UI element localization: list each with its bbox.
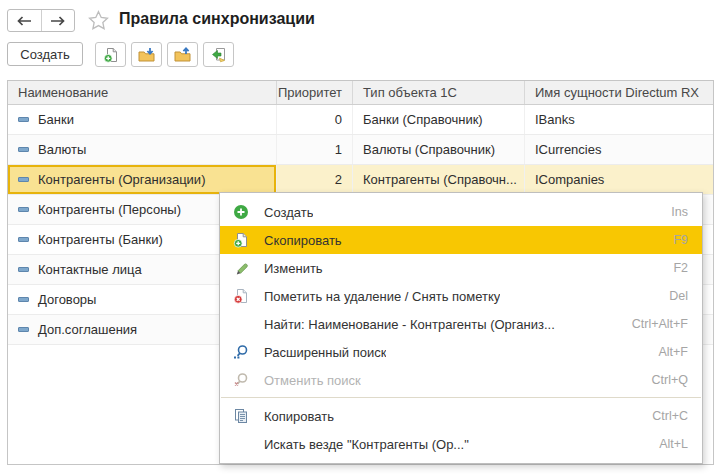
row-entity: ICompanies	[525, 165, 713, 194]
export-button[interactable]	[167, 42, 198, 67]
row-type: Контрагенты (Справочн...	[353, 165, 525, 194]
menu-item-shortcut: F2	[661, 261, 688, 275]
row-name: Контактные лица	[38, 262, 142, 277]
menu-item-shortcut: Del	[657, 289, 688, 303]
menu-item-label: Скопировать	[264, 233, 342, 248]
advanced-search-icon	[233, 344, 249, 360]
copy-pages-icon	[233, 408, 249, 424]
forward-button[interactable]	[42, 10, 75, 31]
context-menu: Создать Ins Скопировать F9 Изменить F2 П…	[219, 192, 703, 464]
row-type: Банки (Справочник)	[353, 105, 525, 134]
menu-item-create[interactable]: Создать Ins	[220, 198, 702, 226]
menu-item-shortcut: Ctrl+Alt+F	[620, 317, 688, 331]
restore-button[interactable]	[203, 42, 234, 67]
menu-item-shortcut: F9	[661, 233, 688, 247]
menu-item-shortcut: Ctrl+Q	[640, 373, 688, 387]
menu-item-copy-clipboard[interactable]: Копировать Ctrl+C	[220, 402, 702, 430]
catalog-item-icon	[18, 177, 29, 182]
row-name: Контрагенты (Банки)	[38, 232, 163, 247]
menu-item-label: Расширенный поиск	[264, 345, 386, 360]
menu-item-shortcut: Ctrl+C	[640, 409, 688, 423]
menu-item-edit[interactable]: Изменить F2	[220, 254, 702, 282]
menu-item-shortcut: Alt+L	[647, 437, 688, 451]
menu-item-search-everywhere[interactable]: Искать везде "Контрагенты (Ор..." Alt+L	[220, 430, 702, 458]
column-header-type[interactable]: Тип объекта 1С	[353, 81, 525, 104]
cancel-search-icon	[233, 372, 249, 388]
row-entity: ICurrencies	[525, 135, 713, 164]
menu-item-label: Пометить на удаление / Снять пометку	[264, 289, 500, 304]
table-row-selected[interactable]: Контрагенты (Организации) 2 Контрагенты …	[8, 165, 713, 195]
catalog-item-icon	[18, 297, 29, 302]
import-button[interactable]	[131, 42, 162, 67]
menu-item-copy-new[interactable]: Скопировать F9	[220, 226, 702, 254]
create-plus-icon	[233, 204, 249, 220]
column-header-priority[interactable]: Приоритет	[277, 81, 353, 104]
table-row[interactable]: Банки 0 Банки (Справочник) IBanks	[8, 105, 713, 135]
menu-item-find[interactable]: Найти: Наименование - Контрагенты (Орган…	[220, 310, 702, 338]
active-cell: Контрагенты (Организации)	[8, 165, 277, 194]
row-name: Контрагенты (Организации)	[38, 172, 205, 187]
column-header-name[interactable]: Наименование	[8, 81, 277, 104]
menu-item-mark-deletion[interactable]: Пометить на удаление / Снять пометку Del	[220, 282, 702, 310]
row-name: Банки	[38, 112, 74, 127]
menu-item-shortcut: Ins	[659, 205, 688, 219]
row-name: Валюты	[38, 142, 86, 157]
row-type: Валюты (Справочник)	[353, 135, 525, 164]
create-button[interactable]: Создать	[7, 42, 83, 66]
row-name: Контрагенты (Персоны)	[38, 202, 181, 217]
menu-item-label: Копировать	[264, 409, 334, 424]
menu-item-label: Найти: Наименование - Контрагенты (Орган…	[264, 317, 555, 332]
table-row[interactable]: Валюты 1 Валюты (Справочник) ICurrencies	[8, 135, 713, 165]
catalog-item-icon	[18, 117, 29, 122]
menu-item-label: Отменить поиск	[264, 373, 361, 388]
column-header-entity[interactable]: Имя сущности Directum RX	[525, 81, 713, 104]
menu-item-shortcut: Alt+F	[646, 345, 688, 359]
menu-item-advanced-search[interactable]: Расширенный поиск Alt+F	[220, 338, 702, 366]
menu-item-label: Создать	[264, 205, 313, 220]
row-name: Договоры	[38, 292, 96, 307]
catalog-item-icon	[18, 267, 29, 272]
pencil-icon	[233, 260, 249, 276]
copy-item-button[interactable]	[95, 42, 126, 67]
favorite-star-button[interactable]	[86, 8, 110, 32]
back-button[interactable]	[8, 10, 42, 31]
catalog-item-icon	[18, 327, 29, 332]
row-priority: 2	[277, 165, 353, 194]
restore-document-icon	[211, 47, 227, 63]
copy-document-icon	[103, 47, 119, 63]
favorite-star-icon	[87, 9, 110, 32]
menu-separator	[221, 397, 701, 398]
row-priority: 0	[277, 105, 353, 134]
catalog-item-icon	[18, 147, 29, 152]
history-nav	[7, 9, 75, 32]
catalog-item-icon	[18, 207, 29, 212]
row-priority: 1	[277, 135, 353, 164]
menu-item-cancel-search: Отменить поиск Ctrl+Q	[220, 366, 702, 394]
menu-item-label: Изменить	[264, 261, 323, 276]
row-entity: IBanks	[525, 105, 713, 134]
table-header-row: Наименование Приоритет Тип объекта 1С Им…	[8, 81, 713, 105]
catalog-item-icon	[18, 237, 29, 242]
folder-download-icon	[138, 47, 155, 63]
menu-item-label: Искать везде "Контрагенты (Ор..."	[264, 437, 469, 452]
page-title: Правила синхронизации	[119, 10, 315, 28]
delete-mark-icon	[233, 288, 249, 304]
copy-document-icon	[233, 232, 249, 248]
folder-upload-icon	[174, 47, 191, 63]
forward-arrow-icon	[50, 15, 66, 27]
row-name: Доп.соглашения	[38, 322, 137, 337]
back-arrow-icon	[16, 15, 32, 27]
